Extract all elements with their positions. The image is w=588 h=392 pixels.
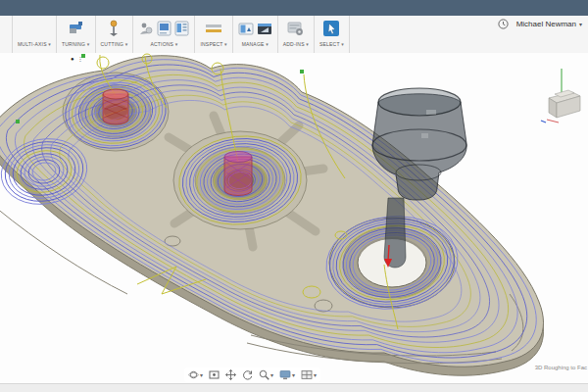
toolbar-ribbon: DRILLING ▾ MULTI-AXIS ▾ TURNING ▾ CUTTIN… (0, 16, 588, 54)
toolbar-group-multiaxis[interactable]: MULTI-AXIS ▾ (13, 16, 57, 53)
toolbar-group-actions[interactable]: ACTIONS ▾ (133, 16, 195, 53)
free-orbit-icon (242, 369, 253, 380)
operation-name-label: 3D Roughing to Fac (535, 365, 587, 370)
look-at-icon (209, 369, 220, 380)
orbit-button[interactable]: ▾ (187, 368, 204, 381)
status-strip (0, 383, 588, 392)
origin-marker: ● ⋮ (71, 55, 84, 62)
toolbar-label: TURNING (62, 41, 85, 47)
user-name: Michael Newman (516, 20, 576, 28)
toolbar-groups: DRILLING ▾ MULTI-AXIS ▾ TURNING ▾ CUTTIN… (0, 16, 350, 53)
toolbar-group-turning[interactable]: TURNING ▾ (57, 16, 96, 53)
display-settings-button[interactable]: ▾ (278, 368, 296, 381)
tool-library-icon (238, 22, 254, 36)
toolbar-label: INSPECT (200, 41, 222, 47)
measure-icon (204, 21, 223, 36)
navigation-bar: ▾ ▾ ▾ ▾ (184, 368, 320, 382)
chevron-down-icon: ▾ (579, 21, 582, 27)
toolbar-group-select[interactable]: SELECT ▾ (315, 16, 350, 53)
tool-ghost-red-1 (103, 89, 128, 124)
clock-icon[interactable] (498, 19, 509, 29)
toolbar-group-cutting[interactable]: CUTTING ▾ (96, 16, 134, 53)
toolbar-label: MULTI-AXIS (18, 41, 47, 47)
tool-ghost-red-2 (224, 152, 252, 196)
toolbar-label: CUTTING (101, 41, 124, 47)
cutting-icon (105, 20, 122, 37)
toolbar-label: SELECT (319, 41, 340, 47)
pan-icon (225, 369, 236, 380)
zoom-icon (259, 369, 270, 380)
setup-sheet-icon (174, 21, 189, 36)
simulate-icon (138, 21, 154, 36)
post-process-icon (157, 21, 172, 36)
toolbar-label: ACTIONS (150, 41, 173, 47)
toolbar-group-manage[interactable]: MANAGE ▾ (233, 16, 278, 53)
toolbar-group-drilling[interactable]: DRILLING ▾ (0, 16, 13, 53)
3d-viewport[interactable]: ● ⋮ ▾ ▾ ▾ ▾ 3D Roughing to Fac (0, 53, 588, 383)
orbit-icon (188, 369, 199, 380)
viewports-icon (301, 369, 313, 380)
turning-icon (67, 20, 84, 37)
toolbar-label: ADD-INS (283, 41, 305, 47)
cam-model-scene (0, 53, 588, 383)
look-at-button[interactable] (208, 368, 220, 381)
user-menu[interactable]: Michael Newman ▾ (516, 20, 582, 28)
viewports-button[interactable]: ▾ (300, 368, 318, 381)
display-settings-icon (279, 369, 291, 380)
toolbar-group-addins[interactable]: ADD-INS ▾ (278, 16, 315, 53)
toolbar-group-inspect[interactable]: INSPECT ▾ (195, 16, 232, 53)
select-icon (322, 20, 340, 37)
stock-thumbnail (539, 67, 586, 137)
zoom-button[interactable]: ▾ (258, 368, 274, 381)
free-orbit-button[interactable] (241, 368, 254, 381)
titlebar (0, 0, 588, 17)
addins-icon (287, 21, 304, 36)
toolbar-label: MANAGE (242, 41, 265, 47)
pan-button[interactable] (224, 368, 237, 381)
machine-library-icon (257, 22, 272, 36)
